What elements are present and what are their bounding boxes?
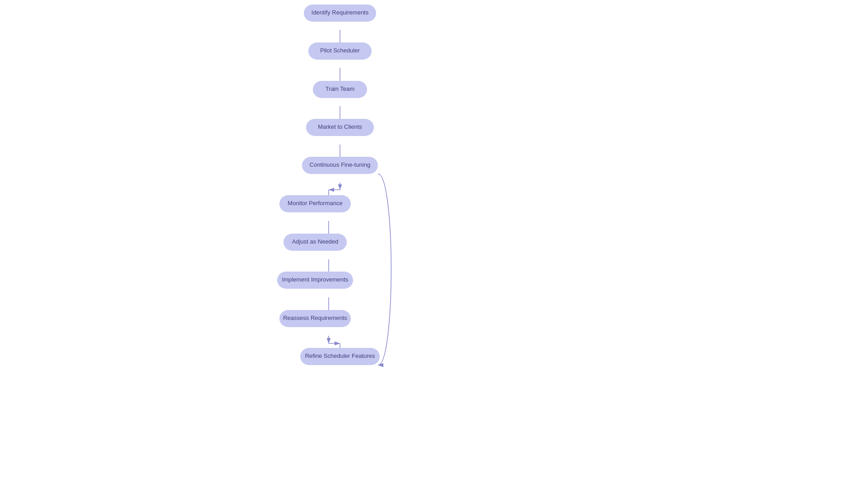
node-continuous-label: Continuous Fine-tuning (310, 161, 370, 168)
node-monitor-label: Monitor Performance (288, 200, 342, 206)
node-adjust-label: Adjust as Needed (292, 238, 339, 245)
node-market-label: Market to Clients (318, 123, 362, 130)
node-identify-label: Identify Requirements (311, 9, 369, 16)
node-implement-label: Implement Improvements (282, 276, 349, 283)
node-pilot-label: Pilot Scheduler (320, 47, 360, 54)
arrow-back-loop (378, 174, 391, 365)
node-train-label: Train Team (326, 85, 354, 92)
flowchart-container: Identify Requirements Pilot Scheduler Tr… (0, 0, 868, 488)
node-refine-label: Refine Scheduler Features (305, 352, 375, 359)
node-reassess-label: Reassess Requirements (283, 314, 347, 321)
